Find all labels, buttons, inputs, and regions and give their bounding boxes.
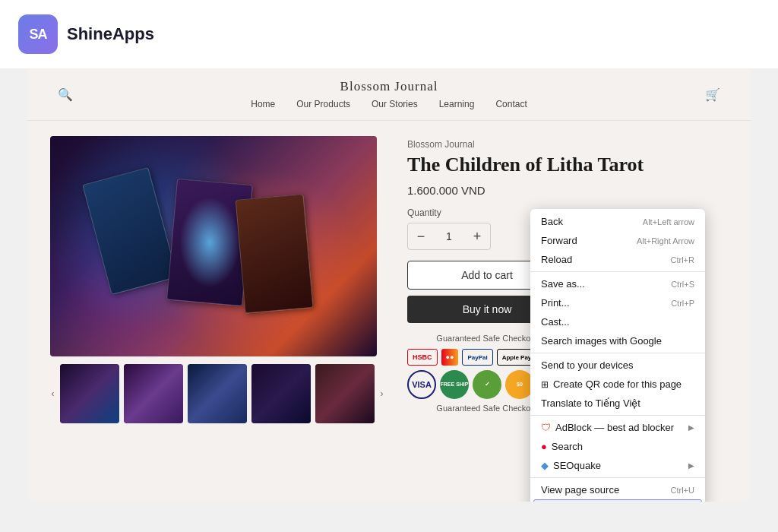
cart-icon[interactable]: 🛒 <box>705 87 720 102</box>
thumbnail-row: ‹ › <box>50 364 384 423</box>
thumbnail-5[interactable] <box>315 364 375 423</box>
product-title: The Children of Litha Tarot <box>407 153 728 176</box>
cm-divider-3 <box>530 415 705 416</box>
cm-forward[interactable]: Forward Alt+Right Arrow <box>530 231 705 250</box>
pinterest-icon: ● <box>541 441 547 452</box>
cm-divider-1 <box>530 271 705 272</box>
tarot-card-3 <box>236 194 314 313</box>
thumb-next-button[interactable]: › <box>379 386 384 401</box>
cm-print[interactable]: Print... Ctrl+P <box>530 293 705 312</box>
paypal-badge: PayPal <box>462 349 492 366</box>
top-bar: SA ShineApps <box>0 0 778 68</box>
thumbnail-3[interactable] <box>188 364 247 423</box>
nav-learning[interactable]: Learning <box>439 99 475 109</box>
verified-badge: ✓ <box>473 370 501 399</box>
main-product-image <box>50 136 377 356</box>
quantity-increase-button[interactable]: + <box>464 223 490 249</box>
quantity-control: − 1 + <box>407 223 491 250</box>
product-images: ‹ › <box>50 136 384 423</box>
tarot-cards <box>50 136 377 356</box>
nav-home[interactable]: Home <box>251 99 275 109</box>
qr-icon: ⊞ <box>541 379 549 390</box>
hsbc-badge: HSBC <box>407 349 438 366</box>
context-menu: Back Alt+Left arrow Forward Alt+Right Ar… <box>530 209 705 502</box>
adblock-icon: 🛡 <box>541 422 551 433</box>
browser-window: 🔍 Blossom Journal Home Our Products Our … <box>27 68 751 502</box>
mastercard-badge: ●● <box>441 349 459 366</box>
cm-reload[interactable]: Reload Ctrl+R <box>530 250 705 269</box>
cm-search-images[interactable]: Search images with Google <box>530 331 705 350</box>
tarot-card-1 <box>82 167 178 295</box>
cm-back[interactable]: Back Alt+Left arrow <box>530 212 705 231</box>
site-nav: Home Our Products Our Stories Learning C… <box>58 99 720 109</box>
thumbnail-4[interactable] <box>251 364 311 423</box>
site-title: Blossom Journal <box>58 79 720 94</box>
cm-divider-4 <box>530 477 705 478</box>
cm-search-pinterest[interactable]: ● Search <box>530 437 705 456</box>
cm-adblock[interactable]: 🛡 AdBlock — best ad blocker ▶ <box>530 418 705 437</box>
cm-send-devices[interactable]: Send to your devices <box>530 356 705 375</box>
site-header: 🔍 Blossom Journal Home Our Products Our … <box>27 68 751 121</box>
quantity-value: 1 <box>434 230 464 242</box>
cm-save-as[interactable]: Save as... Ctrl+S <box>530 274 705 293</box>
product-price: 1.600.000 VND <box>407 184 728 197</box>
cm-seoquake[interactable]: ◆ SEOquake ▶ <box>530 456 705 475</box>
nav-products[interactable]: Our Products <box>296 99 350 109</box>
thumb-prev-button[interactable]: ‹ <box>50 386 55 401</box>
brand-name: ShineApps <box>67 24 154 44</box>
shipping-badge: FREE SHIP <box>440 370 469 399</box>
cm-qr-code[interactable]: ⊞ Create QR code for this page <box>530 375 705 394</box>
thumbnail-1[interactable] <box>60 364 119 423</box>
search-icon[interactable]: 🔍 <box>58 87 73 102</box>
product-brand: Blossom Journal <box>407 139 728 150</box>
logo-icon: SA <box>18 14 58 54</box>
cm-translate[interactable]: Translate to Tiếng Việt <box>530 394 705 413</box>
seoquake-icon: ◆ <box>541 460 549 471</box>
nav-contact[interactable]: Contact <box>495 99 527 109</box>
cm-inspect[interactable]: Inspect <box>533 499 702 502</box>
cm-cast[interactable]: Cast... <box>530 312 705 331</box>
cm-divider-2 <box>530 353 705 353</box>
visa-badge: VISA <box>407 370 436 399</box>
thumbnail-2[interactable] <box>124 364 183 423</box>
quantity-decrease-button[interactable]: − <box>408 223 434 249</box>
cm-view-source[interactable]: View page source Ctrl+U <box>530 480 705 499</box>
nav-stories[interactable]: Our Stories <box>372 99 418 109</box>
card-glow <box>179 197 240 288</box>
